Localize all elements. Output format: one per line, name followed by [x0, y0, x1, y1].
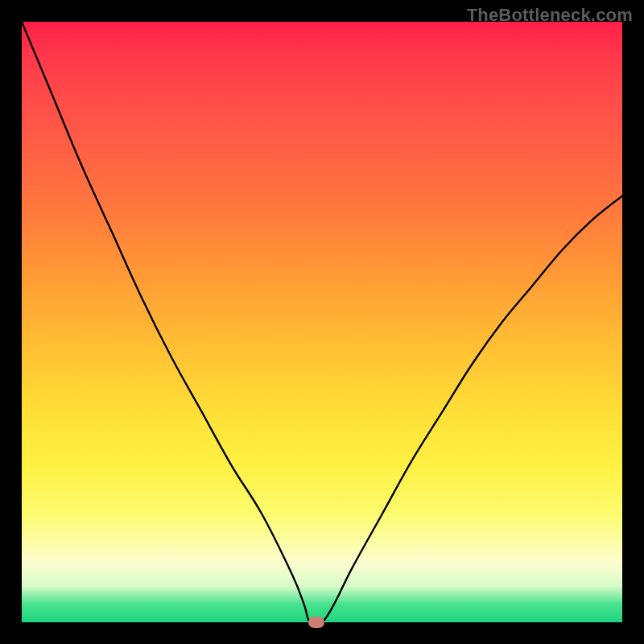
- watermark-text: TheBottleneck.com: [467, 5, 633, 26]
- plot-area: [22, 22, 622, 622]
- optimal-marker: [308, 617, 324, 628]
- chart-frame: TheBottleneck.com: [0, 0, 644, 644]
- bottleneck-curve: [22, 22, 622, 622]
